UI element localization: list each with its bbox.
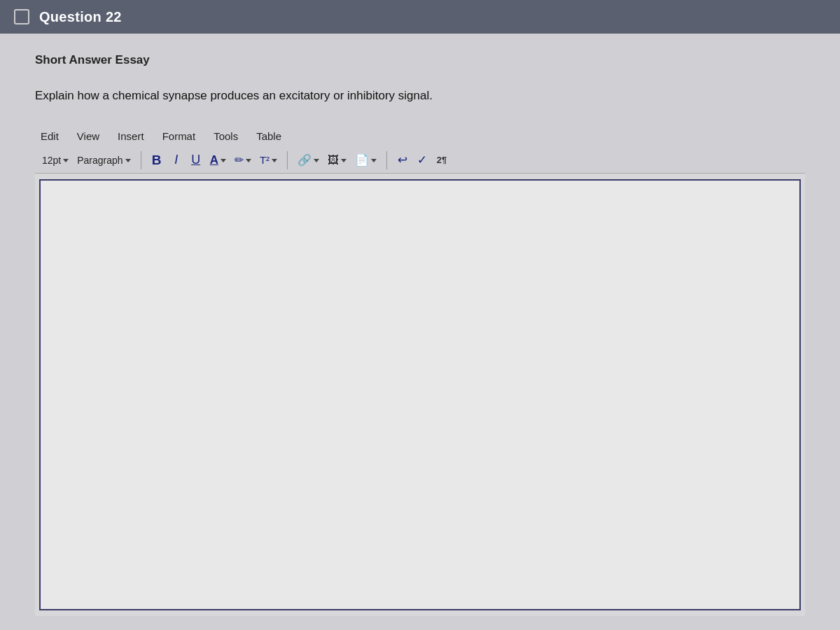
image-selector[interactable]: 🖼 [325, 153, 349, 168]
embed-icon: 📄 [355, 153, 369, 167]
superscript-label: T² [260, 154, 270, 166]
menu-bar: Edit View Insert Format Tools Table [35, 125, 805, 148]
link-chevron-icon [314, 159, 319, 162]
font-size-label: 12pt [42, 155, 61, 166]
highlight-selector[interactable]: ✏ [232, 152, 254, 168]
wordcount-icon: 2¶ [437, 155, 447, 165]
font-size-chevron-icon [63, 159, 69, 162]
menu-edit[interactable]: Edit [38, 129, 62, 144]
check-icon: ✓ [417, 153, 427, 167]
question-title: Question 22 [39, 9, 122, 25]
image-chevron-icon [341, 159, 346, 162]
highlight-chevron-icon [246, 159, 251, 162]
italic-button[interactable]: I [168, 151, 185, 169]
editor-container: Edit View Insert Format Tools Table 12pt… [35, 125, 805, 617]
toolbar-separator-3 [386, 151, 387, 169]
image-icon: 🖼 [328, 154, 339, 167]
paragraph-style-selector[interactable]: Paragraph [74, 153, 133, 167]
question-type: Short Answer Essay [35, 53, 805, 67]
question-text: Explain how a chemical synapse produces … [35, 87, 805, 105]
toolbar-separator-1 [141, 151, 141, 169]
check-button[interactable]: ✓ [414, 151, 430, 169]
main-content: Short Answer Essay Explain how a chemica… [0, 34, 840, 630]
question-header: Question 22 [0, 0, 840, 34]
menu-table[interactable]: Table [253, 129, 284, 144]
font-color-selector[interactable]: A [207, 152, 229, 169]
app-container: Question 22 Short Answer Essay Explain h… [0, 0, 840, 630]
checkbox-icon[interactable] [14, 9, 29, 24]
essay-text-area[interactable] [39, 179, 801, 611]
toolbar-separator-2 [287, 151, 288, 169]
paragraph-chevron-icon [125, 159, 131, 162]
embed-chevron-icon [371, 159, 377, 162]
highlight-icon: ✏ [234, 153, 244, 167]
menu-view[interactable]: View [74, 129, 102, 144]
superscript-selector[interactable]: T² [257, 153, 280, 167]
wordcount-button[interactable]: 2¶ [433, 153, 450, 167]
menu-tools[interactable]: Tools [211, 129, 241, 144]
menu-insert[interactable]: Insert [115, 129, 147, 144]
font-color-chevron-icon [220, 159, 226, 162]
paragraph-style-label: Paragraph [77, 155, 122, 166]
toolbar: 12pt Paragraph B I U A [35, 148, 805, 174]
link-icon: 🔗 [298, 153, 312, 167]
bold-button[interactable]: B [148, 151, 165, 169]
embed-selector[interactable]: 📄 [352, 152, 379, 168]
superscript-chevron-icon [272, 159, 277, 162]
menu-format[interactable]: Format [160, 129, 199, 144]
font-size-selector[interactable]: 12pt [39, 153, 71, 167]
underline-button[interactable]: U [188, 151, 204, 169]
font-color-label: A [210, 153, 218, 167]
undo-icon: ↩ [398, 153, 407, 167]
undo-button[interactable]: ↩ [394, 151, 411, 169]
link-selector[interactable]: 🔗 [295, 152, 322, 168]
